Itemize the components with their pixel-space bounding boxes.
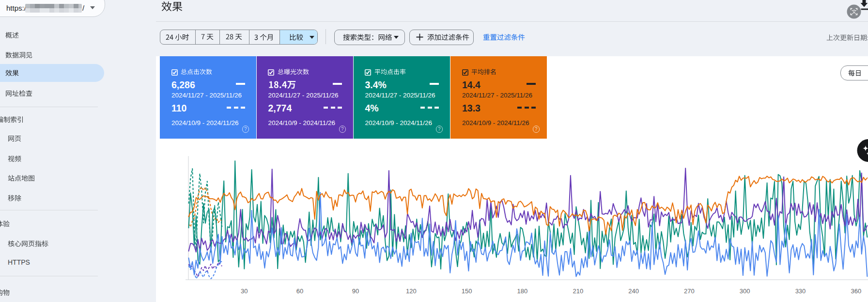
svg-text:150: 150 [462,287,472,295]
svg-text:300: 300 [740,287,750,295]
svg-text:360: 360 [851,287,862,295]
svg-text:120: 120 [406,287,417,295]
svg-text:270: 270 [684,287,695,295]
svg-text:240: 240 [628,287,639,295]
svg-text:210: 210 [573,287,583,295]
svg-text:330: 330 [795,287,806,295]
svg-text:30: 30 [241,287,248,295]
svg-text:180: 180 [517,287,528,295]
svg-text:90: 90 [352,287,359,295]
svg-text:60: 60 [296,287,303,295]
